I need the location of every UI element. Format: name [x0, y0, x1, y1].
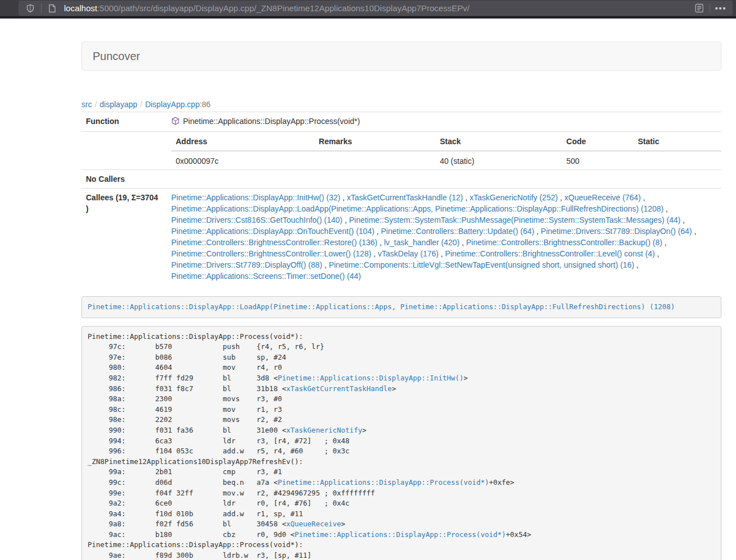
- breadcrumb-line-number: :86: [200, 100, 211, 109]
- table-row: No Callers: [81, 170, 721, 189]
- callee-link[interactable]: Pinetime::System::SystemTask::PushMessag…: [349, 215, 681, 224]
- function-row-label: Function: [81, 112, 167, 132]
- callee-link[interactable]: Pinetime::Controllers::BrightnessControl…: [466, 238, 662, 247]
- assembly-text: 99a: 2b01 cmp r3, #1: [88, 467, 282, 476]
- assembly-text: 980: 4604 mov r4, r0: [88, 363, 282, 371]
- callee-link[interactable]: Pinetime::Drivers::St7789::DisplayOff() …: [171, 260, 322, 269]
- assembly-text: 994: 6ca3 ldr r3, [r4, #72] ; 0x48: [88, 437, 350, 445]
- callers-cell: [167, 170, 721, 189]
- callee-link[interactable]: vTaskDelay (176): [378, 249, 438, 258]
- symbol-cube-icon: [171, 117, 180, 128]
- callee-separator: ,: [680, 215, 685, 224]
- app-title[interactable]: Puncover: [93, 50, 140, 63]
- assembly-text: >: [392, 384, 396, 393]
- assembly-text: 99e: f04f 32ff mov.w r2, #4294967295 ; 0…: [88, 489, 375, 497]
- metrics-table: Address Remarks Stack Code Static 0x0000…: [171, 135, 721, 168]
- callee-separator: ,: [664, 204, 668, 213]
- callee-separator: ,: [374, 227, 381, 236]
- source-line-snippet: Pinetime::Applications::DisplayApp::Load…: [81, 296, 721, 318]
- page-icon[interactable]: [45, 1, 60, 16]
- assembly-text: 99c: d06d beq.n a7a <: [88, 478, 278, 486]
- breadcrumb-separator: /: [92, 100, 100, 109]
- assembly-text: +0xfe>: [489, 478, 514, 486]
- callee-separator: ,: [662, 238, 667, 247]
- callee-link[interactable]: lv_task_handler (420): [384, 238, 460, 247]
- assembly-text: +0x54>: [506, 530, 531, 539]
- callees-list: Pinetime::Applications::DisplayApp::Init…: [167, 189, 721, 286]
- callee-separator: ,: [377, 238, 384, 247]
- breadcrumb-link-src[interactable]: src: [81, 100, 92, 109]
- reader-mode-icon[interactable]: [692, 1, 706, 16]
- assembly-symbol-link[interactable]: xQueueReceive: [286, 520, 341, 528]
- urlbar-divider: [41, 3, 42, 13]
- callee-link[interactable]: xTaskGenericNotify (252): [469, 193, 557, 202]
- column-header-remarks: Remarks: [314, 135, 436, 151]
- callee-link[interactable]: xQueueReceive (764): [564, 193, 641, 202]
- assembly-text: >: [362, 426, 367, 434]
- url-bar[interactable]: localhost:5000/path/src/displayapp/Displ…: [19, 1, 733, 16]
- callee-link[interactable]: xTaskGetCurrentTaskHandle (12): [347, 193, 463, 202]
- callee-link[interactable]: Pinetime::Components::LittleVgl::SetNewT…: [329, 260, 634, 269]
- app-header: Puncover: [81, 42, 721, 71]
- table-row: Address Remarks Stack Code Static 0x0000…: [81, 132, 721, 170]
- assembly-text: Pinetime::Applications::DisplayApp::Proc…: [88, 332, 303, 341]
- function-name: Pinetime::Applications::DisplayApp::Proc…: [183, 117, 360, 126]
- callee-link[interactable]: Pinetime::Controllers::Battery::Update()…: [381, 227, 534, 236]
- callee-link[interactable]: Pinetime::Applications::Screens::Timer::…: [171, 272, 361, 281]
- assembly-listing: Pinetime::Applications::DisplayApp::Proc…: [81, 326, 721, 560]
- callee-link[interactable]: Pinetime::Controllers::BrightnessControl…: [171, 238, 377, 247]
- callee-link[interactable]: Pinetime::Applications::DisplayApp::Load…: [171, 204, 664, 213]
- remarks-value: [314, 151, 436, 168]
- assembly-text: 97e: b086 sub sp, #24: [88, 353, 286, 361]
- callee-separator: ,: [463, 193, 470, 202]
- callee-separator: ,: [342, 215, 349, 224]
- callee-separator: ,: [692, 227, 697, 236]
- column-header-code: Code: [562, 135, 633, 151]
- column-header-address: Address: [171, 135, 314, 151]
- page-container: Puncover src/displayapp/DisplayApp.cpp:8…: [81, 42, 721, 560]
- callee-link[interactable]: Pinetime::Drivers::St7789::DisplayOn() (…: [541, 227, 692, 236]
- function-table: Function Pinetime::Applications::Display…: [81, 112, 721, 285]
- loadapp-symbol-link[interactable]: Pinetime::Applications::DisplayApp::Load…: [88, 302, 675, 311]
- shield-icon[interactable]: [23, 1, 38, 16]
- address-value: 0x0000097c: [171, 151, 314, 168]
- assembly-text: 9ac: b180 cbz r0, 9d0 <: [88, 530, 295, 539]
- callee-link[interactable]: Pinetime::Applications::DisplayApp::OnTo…: [171, 227, 374, 236]
- url-path: :5000/path/src/displayapp/DisplayApp.cpp…: [97, 3, 469, 13]
- callee-separator: ,: [641, 193, 645, 202]
- breadcrumb-link-file[interactable]: DisplayApp.cpp: [145, 100, 199, 109]
- browser-chrome: localhost:5000/path/src/displayapp/Displ…: [0, 0, 736, 19]
- callee-separator: ,: [371, 249, 378, 258]
- assembly-symbol-link[interactable]: Pinetime::Applications::DisplayApp::Init…: [278, 374, 464, 382]
- breadcrumb-link-displayapp[interactable]: displayapp: [100, 100, 138, 109]
- empty-row-label: [81, 132, 167, 170]
- callee-link[interactable]: Pinetime::Controllers::BrightnessControl…: [171, 249, 371, 258]
- url-host: localhost: [64, 3, 97, 13]
- function-name-cell: Pinetime::Applications::DisplayApp::Proc…: [167, 112, 721, 132]
- column-header-stack: Stack: [435, 135, 561, 151]
- callee-separator: ,: [534, 227, 541, 236]
- assembly-text: 9a8: f02f fd56 bl 30458 <: [88, 520, 286, 528]
- assembly-symbol-link[interactable]: xTaskGenericNotify: [286, 426, 362, 434]
- assembly-text: 98a: 2300 movs r3, #0: [88, 394, 282, 403]
- code-value: 500: [562, 151, 633, 168]
- table-header-row: Address Remarks Stack Code Static: [171, 135, 721, 151]
- stack-value: 40 (static): [435, 151, 561, 168]
- assembly-text: Pinetime::Applications::DisplayApp::Proc…: [88, 540, 303, 549]
- callee-separator: ,: [655, 249, 659, 258]
- callee-separator: ,: [340, 193, 347, 202]
- assembly-symbol-link[interactable]: Pinetime::Applications::DisplayApp::Proc…: [278, 478, 489, 486]
- callee-link[interactable]: Pinetime::Controllers::BrightnessControl…: [445, 249, 655, 258]
- assembly-text: >: [341, 520, 346, 528]
- assembly-text: 990: f031 fa36 bl 31e00 <: [88, 426, 286, 434]
- assembly-symbol-link[interactable]: xTaskGetCurrentTaskHandle: [286, 384, 392, 393]
- callee-link[interactable]: Pinetime::Applications::DisplayApp::Init…: [171, 193, 340, 202]
- urlbar-divider: [710, 3, 710, 13]
- assembly-text: _ZN8Pinetime12Applications10DisplayApp7R…: [88, 457, 303, 466]
- assembly-text: 98c: 4619 mov r1, r3: [88, 405, 282, 414]
- callee-link[interactable]: Pinetime::Drivers::Cst816S::GetTouchInfo…: [171, 215, 342, 224]
- callee-separator: ,: [460, 238, 467, 247]
- assembly-symbol-link[interactable]: Pinetime::Applications::DisplayApp::Proc…: [295, 530, 506, 539]
- page-actions-menu-icon[interactable]: •••: [714, 1, 728, 16]
- assembly-text: >: [464, 374, 468, 382]
